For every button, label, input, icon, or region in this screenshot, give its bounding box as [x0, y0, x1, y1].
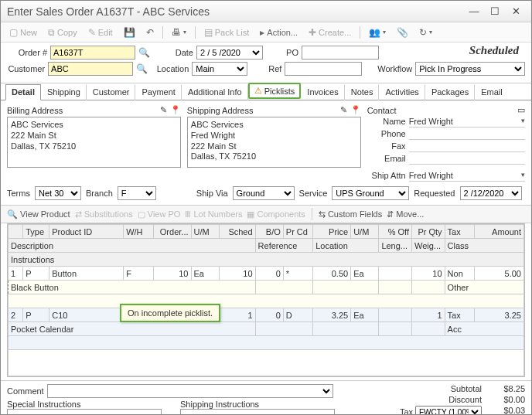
create-button[interactable]: ✚Create...: [305, 26, 355, 39]
order-input[interactable]: [50, 46, 135, 60]
lot-numbers-button[interactable]: Ⅲ Lot Numbers: [185, 209, 242, 219]
order-search-icon[interactable]: 🔍: [138, 47, 150, 58]
col-desc[interactable]: Description: [9, 239, 256, 253]
comment-select[interactable]: [47, 384, 333, 398]
billing-address[interactable]: ABC Services 222 Main St Dallas, TX 7521…: [7, 117, 181, 168]
create-icon: ✚: [309, 27, 316, 38]
col-bo[interactable]: B/O: [255, 225, 283, 239]
col-ref[interactable]: Reference: [255, 239, 313, 253]
contact-name[interactable]: Fred Wright▾: [409, 117, 525, 128]
requested-select[interactable]: 2 /12/2020: [460, 186, 522, 200]
col-len[interactable]: Leng...: [379, 239, 412, 253]
packlist-button[interactable]: ▤Pack List: [200, 26, 254, 39]
shipattn[interactable]: Fred Wright▾: [409, 171, 525, 182]
view-product-button[interactable]: 🔍 View Product: [7, 209, 70, 219]
discount-label: Discount: [389, 395, 482, 404]
col-prqty[interactable]: Pr Qty: [411, 225, 445, 239]
components-button[interactable]: ▦ Components: [247, 209, 305, 219]
col-prcd[interactable]: Pr Cd: [283, 225, 312, 239]
col-um[interactable]: U/M: [191, 225, 219, 239]
service-select[interactable]: UPS Ground: [332, 186, 409, 200]
separator: [162, 26, 163, 39]
dropdown-icon[interactable]: ▾: [521, 117, 525, 124]
undo-button[interactable]: ↶: [142, 26, 158, 39]
print-button[interactable]: 🖶▾: [168, 26, 190, 39]
customer-search-icon[interactable]: 🔍: [136, 63, 148, 74]
terms-select[interactable]: Net 30: [35, 186, 81, 200]
col-off[interactable]: % Off: [379, 225, 412, 239]
location-select[interactable]: Main: [192, 62, 247, 76]
copy-icon: ⧉: [48, 27, 55, 38]
tab-packages[interactable]: Packages: [425, 84, 475, 100]
shipping-instructions[interactable]: [180, 409, 335, 415]
tax-select[interactable]: FWCTY (1.00%): [415, 406, 482, 415]
tab-email[interactable]: Email: [475, 84, 509, 100]
move-button[interactable]: ⇵ Move...: [387, 209, 424, 219]
contact-fax[interactable]: [409, 141, 525, 152]
col-tax[interactable]: Tax: [445, 225, 474, 239]
discount-value: $0.00: [486, 395, 525, 404]
tab-activities[interactable]: Activities: [379, 84, 425, 100]
service-label: Service: [299, 189, 328, 198]
custom-fields-button[interactable]: ⇆ Custom Fields: [319, 209, 382, 219]
branch-select[interactable]: F: [118, 186, 156, 200]
tab-detail[interactable]: Detail: [5, 84, 41, 100]
tab-customer[interactable]: Customer: [87, 84, 136, 100]
line-grid[interactable]: Type Product ID W/H Order... U/M Sched B…: [7, 223, 525, 377]
main-toolbar: ▢New ⧉Copy ✎Edit 💾 ↶ 🖶▾ ▤Pack List ▸Acti…: [1, 22, 531, 43]
subtotal-value: $8.25: [486, 384, 525, 393]
edit-button[interactable]: ✎Edit: [84, 26, 117, 39]
window-title: Enter Sales Order A1637T - ABC Services: [7, 5, 210, 18]
col-price[interactable]: Price: [313, 225, 351, 239]
col-class[interactable]: Class: [445, 239, 523, 253]
col-um2[interactable]: U/M: [351, 225, 379, 239]
action-button[interactable]: ▸Action...: [256, 26, 302, 39]
titlebar: Enter Sales Order A1637T - ABC Services …: [1, 1, 531, 22]
col-pid[interactable]: Product ID: [49, 225, 124, 239]
tab-additional[interactable]: Additional Info: [182, 84, 248, 100]
shipvia-select[interactable]: Ground: [233, 186, 295, 200]
attach-button[interactable]: 📎: [393, 26, 412, 39]
shipping-title: Shipping Address: [187, 106, 254, 115]
contact-phone[interactable]: [409, 129, 525, 140]
tab-notes[interactable]: Notes: [345, 84, 380, 100]
save-button[interactable]: 💾: [120, 26, 139, 39]
shipping-edit-icon[interactable]: ✎: [340, 105, 347, 114]
billing-edit-icon[interactable]: ✎: [160, 105, 167, 114]
contact-email[interactable]: [409, 154, 525, 165]
tab-payment[interactable]: Payment: [135, 84, 181, 100]
special-instructions[interactable]: [7, 409, 162, 415]
new-button[interactable]: ▢New: [5, 26, 41, 39]
ref-input[interactable]: [285, 62, 362, 76]
customer-input[interactable]: [48, 62, 133, 76]
tab-shipping[interactable]: Shipping: [41, 84, 87, 100]
close-button[interactable]: ✕: [506, 5, 525, 17]
maximize-button[interactable]: ☐: [486, 5, 504, 17]
col-order[interactable]: Order...: [153, 225, 191, 239]
minimize-button[interactable]: —: [465, 5, 483, 17]
dropdown-icon[interactable]: ▾: [521, 171, 525, 179]
copy-button[interactable]: ⧉Copy: [44, 26, 81, 39]
tab-picklists[interactable]: ⚠Picklists: [248, 83, 302, 99]
view-po-button[interactable]: ▢ View PO: [138, 209, 181, 219]
billing-pin-icon[interactable]: 📍: [170, 105, 181, 114]
col-wei[interactable]: Weig...: [411, 239, 445, 253]
col-ln[interactable]: [9, 225, 23, 239]
col-instr[interactable]: Instructions: [9, 253, 524, 267]
col-wh[interactable]: W/H: [124, 225, 153, 239]
users-button[interactable]: 👥▾: [365, 26, 390, 39]
col-loc[interactable]: Location: [313, 239, 379, 253]
shipping-pin-icon[interactable]: 📍: [350, 105, 361, 114]
col-type[interactable]: Type: [23, 225, 49, 239]
col-amount[interactable]: Amount: [474, 225, 523, 239]
workflow-select[interactable]: Pick In Progress: [415, 62, 525, 76]
contact-card-icon[interactable]: ▭: [517, 105, 525, 114]
col-sched[interactable]: Sched: [219, 225, 255, 239]
date-select[interactable]: 2 / 5 /2020: [196, 46, 263, 60]
substitutions-button[interactable]: ⇄ Substitutions: [75, 209, 133, 219]
tab-invoices[interactable]: Invoices: [301, 84, 344, 100]
shipping-address[interactable]: ABC Services Fred Wright 222 Main St Dal…: [187, 117, 361, 168]
po-input[interactable]: [302, 46, 379, 60]
refresh-button[interactable]: ↻▾: [415, 26, 436, 39]
edit-icon: ✎: [88, 27, 96, 38]
